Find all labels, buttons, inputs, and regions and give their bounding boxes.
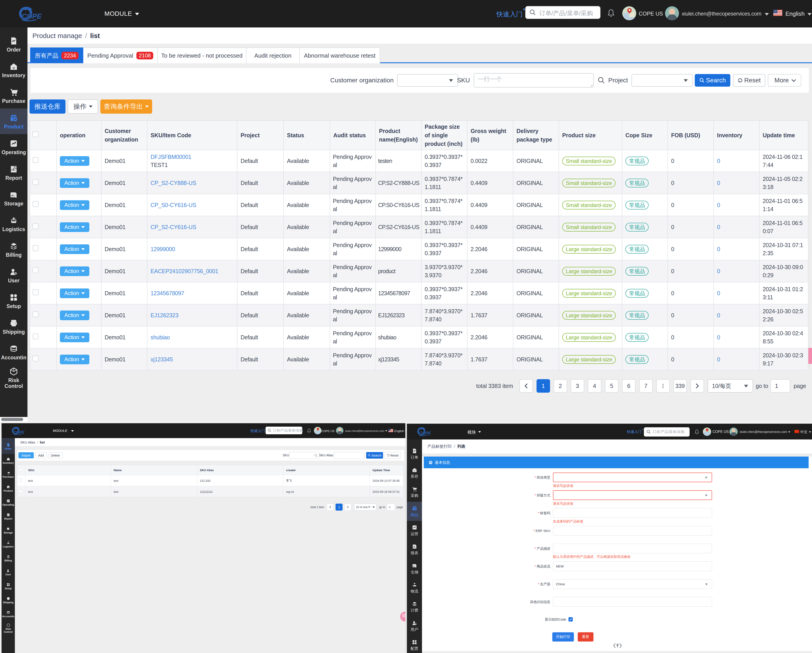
svg-text:COPE: COPE bbox=[22, 12, 42, 20]
svg-text:COPE: COPE bbox=[14, 430, 24, 435]
svg-text:W: W bbox=[430, 461, 432, 464]
svg-text:$: $ bbox=[12, 246, 14, 250]
svg-text:COPE: COPE bbox=[419, 431, 431, 435]
